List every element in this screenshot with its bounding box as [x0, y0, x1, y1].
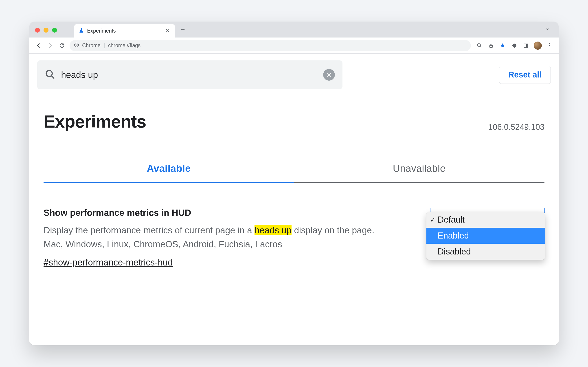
select-dropdown: Default Enabled Disabled	[427, 212, 545, 260]
tab-strip: Experiments ✕ +	[29, 22, 559, 38]
zoom-icon[interactable]	[475, 41, 484, 50]
page-header: Experiments 106.0.5249.103	[29, 91, 559, 132]
select-option-disabled[interactable]: Disabled	[427, 244, 545, 260]
browser-toolbar: Chrome | chrome://flags ⋮	[29, 38, 559, 54]
svg-point-1	[76, 44, 77, 46]
window-close-button[interactable]	[35, 28, 40, 33]
forward-button[interactable]	[45, 41, 55, 50]
browser-window: Experiments ✕ + Chrome | chrome://flags	[29, 22, 559, 345]
search-row: ✕ Reset all	[29, 54, 559, 91]
toolbar-right: ⋮	[475, 41, 554, 50]
select-option-enabled[interactable]: Enabled	[427, 228, 545, 244]
window-minimize-button[interactable]	[44, 28, 48, 33]
profile-avatar[interactable]	[533, 41, 543, 50]
flag-entry: Show performance metrics in HUD Display …	[29, 183, 559, 267]
page-content: ✕ Reset all Experiments 106.0.5249.103 A…	[29, 54, 559, 345]
flag-description: Display the performance metrics of curre…	[44, 223, 394, 251]
flag-state-select[interactable]: Default Enabled Disabled	[427, 212, 545, 260]
browser-tab[interactable]: Experiments ✕	[74, 24, 175, 38]
menu-button[interactable]: ⋮	[544, 41, 554, 50]
flags-search-input[interactable]	[61, 70, 317, 80]
tab-available[interactable]: Available	[44, 157, 294, 183]
flask-icon	[79, 28, 83, 34]
share-icon[interactable]	[486, 41, 496, 50]
chrome-version: 106.0.5249.103	[488, 122, 544, 132]
chrome-icon	[74, 42, 79, 49]
search-icon	[45, 69, 55, 80]
omnibox-chip: Chrome	[82, 42, 101, 49]
bookmark-star-icon[interactable]	[498, 41, 508, 50]
clear-search-button[interactable]: ✕	[323, 69, 335, 81]
omnibox-separator: |	[104, 42, 105, 49]
omnibox-url: chrome://flags	[108, 42, 140, 49]
flag-desc-text-before: Display the performance metrics of curre…	[44, 225, 255, 235]
flags-search-box[interactable]: ✕	[37, 60, 342, 89]
reset-all-button[interactable]: Reset all	[499, 66, 551, 84]
select-option-default[interactable]: Default	[427, 212, 545, 228]
close-icon[interactable]: ✕	[165, 28, 170, 34]
svg-rect-5	[526, 44, 528, 47]
svg-point-0	[74, 43, 79, 47]
tab-unavailable[interactable]: Unavailable	[294, 157, 544, 182]
new-tab-button[interactable]: +	[177, 24, 188, 35]
page-title: Experiments	[44, 111, 146, 132]
window-zoom-button[interactable]	[52, 28, 57, 33]
extensions-icon[interactable]	[509, 41, 519, 50]
window-controls	[35, 28, 57, 33]
search-highlight: heads up	[255, 225, 291, 235]
back-button[interactable]	[34, 41, 44, 50]
category-tabs: Available Unavailable	[44, 157, 544, 183]
reload-button[interactable]	[57, 41, 67, 50]
tab-overflow-button[interactable]	[545, 26, 554, 33]
omnibox[interactable]: Chrome | chrome://flags	[70, 40, 471, 51]
flag-id-link[interactable]: #show-performance-metrics-hud	[44, 257, 173, 267]
tab-title: Experiments	[87, 28, 161, 34]
sidepanel-icon[interactable]	[521, 41, 531, 50]
